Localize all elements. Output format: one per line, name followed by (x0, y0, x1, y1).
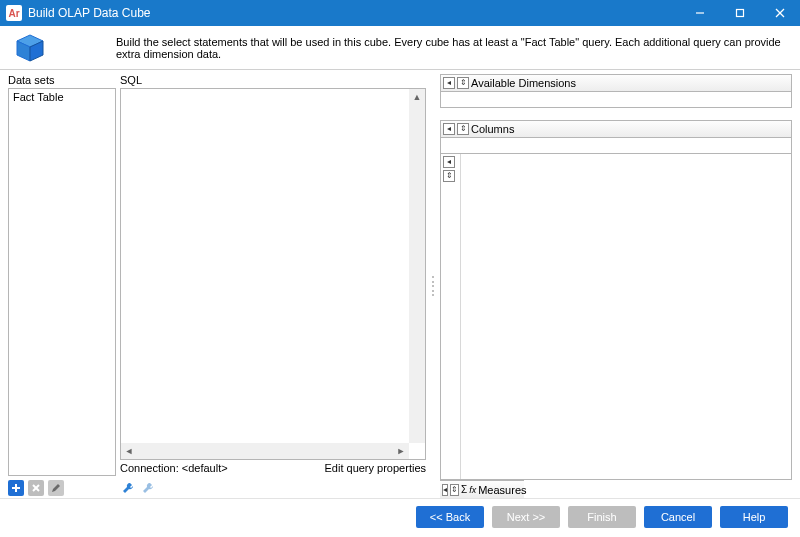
wand-icon (141, 481, 155, 495)
pencil-icon (51, 483, 61, 493)
vertical-splitter[interactable] (430, 74, 436, 498)
datasets-list[interactable]: Fact Table (8, 88, 116, 476)
plus-icon (11, 483, 21, 493)
lower-right-panel: ◂ ⇕ (440, 154, 792, 480)
expand-vert-button[interactable]: ⇕ (457, 77, 469, 89)
sql-footer: Connection: <default> Edit query propert… (120, 460, 426, 476)
available-dimensions-label: Available Dimensions (471, 77, 576, 89)
scroll-right-icon: ► (393, 443, 409, 459)
connection-label: Connection: (120, 462, 179, 474)
fx-icon: fx (469, 485, 476, 495)
sql-tools (120, 478, 426, 498)
sql-tool-2[interactable] (140, 480, 156, 496)
strip-expand-left-button[interactable]: ◂ (443, 156, 455, 168)
delete-icon (31, 483, 41, 493)
list-item[interactable]: Fact Table (9, 89, 115, 105)
right-column: ◂ ⇕ Available Dimensions ◂ ⇕ Columns ◂ ⇕… (440, 74, 792, 498)
maximize-button[interactable] (720, 0, 760, 26)
columns-label: Columns (471, 123, 514, 135)
columns-body[interactable] (440, 138, 792, 154)
minimize-icon (695, 8, 705, 18)
splitter-grip-icon (432, 276, 435, 296)
wizard-header: Build the select statements that will be… (0, 26, 800, 70)
datasets-toolbar (8, 478, 116, 498)
columns-header: ◂ ⇕ Columns (440, 120, 792, 138)
available-dimensions-body[interactable] (440, 92, 792, 108)
columns-expand-vert-button[interactable]: ⇕ (457, 123, 469, 135)
next-button: Next >> (492, 506, 560, 528)
wrench-icon (121, 481, 135, 495)
help-button[interactable]: Help (720, 506, 788, 528)
sql-horizontal-scrollbar[interactable]: ◄ ► (121, 443, 409, 459)
columns-expand-left-button[interactable]: ◂ (443, 123, 455, 135)
wizard-description: Build the select statements that will be… (116, 36, 790, 60)
lower-strip: ◂ ⇕ (441, 154, 461, 479)
add-dataset-button[interactable] (8, 480, 24, 496)
lower-main-area[interactable] (461, 154, 791, 479)
scroll-up-icon: ▲ (409, 89, 425, 105)
wizard-footer: << Back Next >> Finish Cancel Help (0, 498, 800, 534)
measures-expand-vert-button[interactable]: ⇕ (450, 484, 459, 496)
sql-vertical-scrollbar[interactable]: ▲ (409, 89, 425, 443)
main-content: Data sets Fact Table SQL ▲ ◄ ► (0, 70, 800, 498)
window-controls (680, 0, 800, 26)
edit-query-properties-link[interactable]: Edit query properties (325, 462, 427, 474)
measures-label: Measures (478, 484, 526, 496)
minimize-button[interactable] (680, 0, 720, 26)
titlebar: Ar Build OLAP Data Cube (0, 0, 800, 26)
svg-rect-1 (737, 10, 744, 17)
sql-label: SQL (120, 74, 426, 86)
sql-editor: ▲ ◄ ► (120, 88, 426, 460)
app-icon: Ar (6, 5, 22, 21)
delete-dataset-button[interactable] (28, 480, 44, 496)
measures-header: ◂ ⇕ Σ fx Measures (440, 480, 524, 498)
datasets-column: Data sets Fact Table (8, 74, 116, 498)
available-dimensions-header: ◂ ⇕ Available Dimensions (440, 74, 792, 92)
window-title: Build OLAP Data Cube (28, 6, 680, 20)
cube-icon (14, 32, 46, 64)
datasets-label: Data sets (8, 74, 116, 86)
connection-value: <default> (182, 462, 228, 474)
close-button[interactable] (760, 0, 800, 26)
cancel-button[interactable]: Cancel (644, 506, 712, 528)
connection-info: Connection: <default> (120, 462, 228, 474)
measures-expand-left-button[interactable]: ◂ (442, 484, 448, 496)
sql-tool-1[interactable] (120, 480, 136, 496)
sigma-icon: Σ (461, 484, 467, 495)
close-icon (775, 8, 785, 18)
maximize-icon (735, 8, 745, 18)
finish-button: Finish (568, 506, 636, 528)
scroll-left-icon: ◄ (121, 443, 137, 459)
edit-dataset-button[interactable] (48, 480, 64, 496)
expand-left-button[interactable]: ◂ (443, 77, 455, 89)
sql-column: SQL ▲ ◄ ► Connection: <default> Edit que… (120, 74, 426, 498)
strip-expand-vert-button[interactable]: ⇕ (443, 170, 455, 182)
sql-textarea[interactable] (121, 89, 409, 443)
back-button[interactable]: << Back (416, 506, 484, 528)
